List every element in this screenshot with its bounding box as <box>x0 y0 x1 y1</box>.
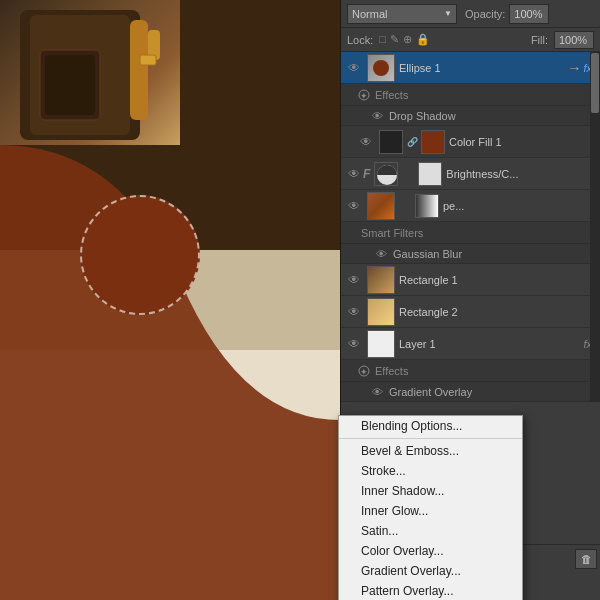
f-icon-brightness: F <box>363 167 370 181</box>
blend-mode-label: Normal <box>352 8 387 20</box>
visibility-layer1[interactable]: 👁 <box>345 335 363 353</box>
context-menu: Blending Options... Bevel & Emboss... St… <box>338 415 523 600</box>
blend-mode-arrow: ▼ <box>444 9 452 18</box>
visibility-brightness[interactable]: 👁 <box>345 165 363 183</box>
visibility-gaussian-blur[interactable]: 👁 <box>373 246 389 262</box>
opacity-label: Opacity: <box>465 8 505 20</box>
layer-row-colorFill1[interactable]: 👁 🔗 Color Fill 1 <box>341 126 600 158</box>
effects-header-layer1: ✦ Effects <box>341 360 600 382</box>
visibility-colorFill1[interactable]: 👁 <box>357 133 375 151</box>
link-colorFill1: 🔗 <box>407 137 417 147</box>
visibility-gradient-overlay[interactable]: 👁 <box>369 384 385 400</box>
ellipse-shape <box>80 195 200 315</box>
lock-transparent-icon[interactable]: □ <box>379 33 386 46</box>
effect-drop-shadow[interactable]: 👁 Drop Shadow <box>341 106 600 126</box>
smart-filters-label: Smart Filters <box>361 227 423 239</box>
visibility-ellipse1[interactable]: 👁 <box>345 59 363 77</box>
lock-image-icon[interactable]: ✎ <box>390 33 399 46</box>
lock-all-icon[interactable]: 🔒 <box>416 33 430 46</box>
lock-icons: □ ✎ ⊕ 🔒 <box>379 33 430 46</box>
visibility-pe[interactable]: 👁 <box>345 197 363 215</box>
blend-mode-select[interactable]: Normal ▼ <box>347 4 457 24</box>
menu-item-stroke[interactable]: Stroke... <box>339 461 522 481</box>
menu-item-pattern-overlay[interactable]: Pattern Overlay... <box>339 581 522 600</box>
menu-item-inner-glow[interactable]: Inner Glow... <box>339 501 522 521</box>
blend-bar: Normal ▼ Opacity: 100% <box>341 0 600 28</box>
layers-list: 👁 Ellipse 1 → fx ✦ Effects <box>341 52 600 402</box>
layer-row-brightness[interactable]: 👁 F Brightness/C... <box>341 158 600 190</box>
effects-expand-icon: ✦ <box>357 88 371 102</box>
opacity-value[interactable]: 100% <box>509 4 549 24</box>
effect-name-gaussian-blur: Gaussian Blur <box>393 248 462 260</box>
chain-pe <box>399 192 411 220</box>
thumb-brightness <box>374 162 398 186</box>
visibility-rectangle2[interactable]: 👁 <box>345 303 363 321</box>
lock-position-icon[interactable]: ⊕ <box>403 33 412 46</box>
chain-brightness <box>402 160 414 188</box>
smart-filters-header: Smart Filters <box>341 222 600 244</box>
lock-bar: Lock: □ ✎ ⊕ 🔒 Fill: 100% <box>341 28 600 52</box>
menu-item-gradient-overlay[interactable]: Gradient Overlay... <box>339 561 522 581</box>
layer-name-brightness: Brightness/C... <box>446 168 596 180</box>
effect-name-gradient-overlay: Gradient Overlay <box>389 386 472 398</box>
lock-label: Lock: <box>347 34 373 46</box>
thumb2-brightness <box>418 162 442 186</box>
visibility-rectangle1[interactable]: 👁 <box>345 271 363 289</box>
menu-item-bevel-emboss[interactable]: Bevel & Emboss... <box>339 441 522 461</box>
thumb-colorFill1 <box>379 130 403 154</box>
effects-label-ellipse1: Effects <box>375 89 408 101</box>
menu-item-inner-shadow[interactable]: Inner Shadow... <box>339 481 522 501</box>
menu-item-color-overlay[interactable]: Color Overlay... <box>339 541 522 561</box>
thumb-layer1 <box>367 330 395 358</box>
menu-item-blending-options[interactable]: Blending Options... <box>339 416 522 436</box>
canvas-area <box>0 0 340 600</box>
layer-row-pe[interactable]: 👁 pe... <box>341 190 600 222</box>
thumb-pe <box>367 192 395 220</box>
thumb-ellipse1 <box>367 54 395 82</box>
scroll-thumb[interactable] <box>591 53 599 113</box>
effect-gradient-overlay[interactable]: 👁 Gradient Overlay <box>341 382 600 402</box>
effect-gaussian-blur[interactable]: 👁 Gaussian Blur ≡ <box>341 244 600 264</box>
effect-name-drop-shadow: Drop Shadow <box>389 110 456 122</box>
layer-row-rectangle1[interactable]: 👁 Rectangle 1 <box>341 264 600 296</box>
visibility-drop-shadow[interactable]: 👁 <box>369 108 385 124</box>
thumb2-pe <box>415 194 439 218</box>
layer-name-rectangle2: Rectangle 2 <box>399 306 596 318</box>
layer-name-rectangle1: Rectangle 1 <box>399 274 596 286</box>
layer-name-ellipse1: Ellipse 1 <box>399 62 567 74</box>
effects-icon-layer1: ✦ <box>357 364 371 378</box>
thumb-rectangle2 <box>367 298 395 326</box>
menu-item-satin[interactable]: Satin... <box>339 521 522 541</box>
effects-header-ellipse1: ✦ Effects <box>341 84 600 106</box>
fill-label: Fill: <box>531 34 548 46</box>
fill-value[interactable]: 100% <box>554 31 594 49</box>
layer-row-rectangle2[interactable]: 👁 Rectangle 2 <box>341 296 600 328</box>
layer-name-colorFill1: Color Fill 1 <box>449 136 596 148</box>
effects-label-layer1: Effects <box>375 365 408 377</box>
layer-row-layer1[interactable]: 👁 Layer 1 fx <box>341 328 600 360</box>
svg-text:✦: ✦ <box>360 91 368 101</box>
arrow-ellipse1: → <box>567 60 581 76</box>
panel-scrollbar[interactable] <box>590 52 600 402</box>
menu-separator-1 <box>339 438 522 439</box>
thumb-rectangle1 <box>367 266 395 294</box>
layer-name-layer1: Layer 1 <box>399 338 583 350</box>
delete-layer-btn[interactable]: 🗑 <box>575 549 597 569</box>
svg-text:✦: ✦ <box>360 367 368 377</box>
thumb2-colorFill1 <box>421 130 445 154</box>
layer-row-ellipse1[interactable]: 👁 Ellipse 1 → fx <box>341 52 600 84</box>
layer-name-pe: pe... <box>443 200 596 212</box>
